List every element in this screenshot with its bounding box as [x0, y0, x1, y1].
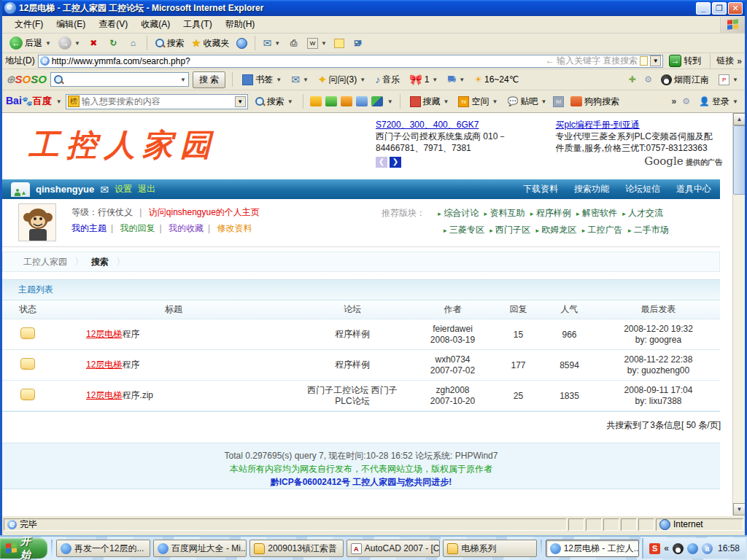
baidu-overflow-chevron[interactable]: »	[671, 96, 676, 106]
author-link[interactable]: feierdawei	[411, 324, 495, 335]
scrollbar-thumb[interactable]	[733, 125, 745, 195]
topic-link[interactable]: 12层电梯	[86, 329, 122, 339]
edit-button[interactable]: W▼	[304, 36, 330, 50]
hao-icon[interactable]: h!	[553, 96, 564, 107]
mail-button[interactable]: ✉▼	[260, 36, 283, 50]
menu-view[interactable]: 查看(V)	[92, 16, 134, 33]
vertical-scrollbar[interactable]: ▲ ▼	[732, 113, 745, 516]
board-link[interactable]: 资料互助	[489, 208, 525, 218]
soso-gear-icon[interactable]: ⚙	[642, 74, 654, 86]
topic-link[interactable]: 12层电梯	[86, 390, 122, 400]
soso-search-button[interactable]: 搜 索	[193, 71, 225, 88]
menu-tools[interactable]: 工具(T)	[177, 16, 218, 33]
user-mail-icon[interactable]: ✉	[100, 184, 109, 195]
download-link[interactable]: 下载资料	[523, 183, 558, 195]
baidu-login-button[interactable]: 👤登录▼	[696, 94, 741, 109]
board-link[interactable]: 二手市场	[634, 225, 669, 235]
baidu-mp3-icon[interactable]	[310, 96, 322, 106]
plus-icon[interactable]: ✚	[626, 74, 638, 86]
topic-link[interactable]: 12层电梯	[86, 359, 122, 370]
last-poster-link[interactable]: by: lixu7388	[597, 396, 720, 407]
baidu-tieba-button[interactable]: 💬贴吧▼	[504, 94, 549, 109]
forum-link[interactable]: 程序样例	[294, 359, 411, 371]
start-button[interactable]: 开始	[0, 538, 47, 559]
menu-favorites[interactable]: 收藏(A)	[134, 16, 177, 33]
address-dropdown[interactable]: ▼	[650, 55, 661, 66]
links-label[interactable]: 链接	[716, 55, 734, 67]
maximize-button[interactable]: ❐	[712, 2, 727, 15]
sogou-tray-icon[interactable]: S	[649, 543, 660, 554]
last-poster-link[interactable]: by: guozheng00	[597, 365, 720, 376]
soso-bookmark-button[interactable]: 书签▼	[239, 72, 285, 88]
soso-cart-button[interactable]: ⛟▼	[444, 73, 468, 86]
soso-gift-button[interactable]: 🎀1▼	[406, 72, 441, 87]
close-button[interactable]: ✕	[728, 2, 743, 15]
pdf-button[interactable]: P▼	[716, 73, 741, 87]
baidu-image-icon[interactable]	[325, 96, 337, 106]
print-button[interactable]: ⎙	[285, 36, 303, 51]
forum-sms-link[interactable]: 论坛短信	[625, 183, 660, 195]
scroll-down-icon[interactable]: ▼	[733, 503, 745, 516]
board-link[interactable]: 程序样例	[536, 208, 571, 218]
tray-collapse-chevron[interactable]: «	[664, 543, 669, 553]
breadcrumb-home[interactable]: 工控人家园	[23, 256, 67, 268]
stop-button[interactable]: ✖	[85, 36, 103, 51]
board-link[interactable]: 三菱专区	[449, 225, 484, 235]
ads-next-button[interactable]: ❯	[390, 157, 401, 168]
my-favorites-link[interactable]: 我的收藏	[169, 223, 204, 233]
baidu-video-icon[interactable]	[356, 96, 368, 106]
settings-link[interactable]: 设置	[115, 183, 132, 195]
task-button[interactable]: 电梯系列	[443, 540, 537, 557]
author-link[interactable]: zgh2008	[411, 385, 495, 396]
board-link[interactable]: 解密软件	[582, 208, 617, 218]
history-button[interactable]	[233, 36, 250, 50]
baidu-gear-icon[interactable]: ⚙	[680, 96, 692, 108]
tray-a-icon[interactable]: a	[702, 543, 713, 554]
author-link[interactable]: wxh0734	[411, 354, 495, 365]
search-func-link[interactable]: 搜索功能	[574, 183, 609, 195]
menu-file[interactable]: 文件(F)	[8, 16, 50, 33]
logout-link[interactable]: 退出	[138, 183, 155, 195]
tray-app-icon[interactable]	[687, 543, 698, 554]
minimize-button[interactable]: _	[696, 2, 711, 15]
soso-mail-button[interactable]: ✉▼	[288, 72, 311, 87]
scroll-up-icon[interactable]: ▲	[733, 113, 745, 125]
my-replies-link[interactable]: 我的回复	[120, 223, 155, 233]
username[interactable]: qinshengyue	[36, 184, 94, 195]
baidu-logo-dropdown[interactable]: ▼	[56, 98, 62, 105]
soso-music-button[interactable]: ♪音乐	[372, 72, 403, 88]
qq-tray-icon[interactable]	[673, 543, 684, 554]
search-button[interactable]: 搜索	[152, 36, 187, 51]
baidu-search-button[interactable]: 搜索▼	[252, 94, 296, 109]
back-button[interactable]: ←后退▼	[7, 35, 54, 51]
messenger-button[interactable]: 🖳	[349, 36, 367, 51]
home-button[interactable]: ⌂	[124, 36, 142, 51]
tools-center-link[interactable]: 道具中心	[676, 183, 711, 195]
forward-button[interactable]: →▼	[55, 35, 83, 51]
board-link[interactable]: 西门子区	[495, 225, 530, 235]
task-button[interactable]: AAutoCAD 2007 - [C:...	[347, 540, 441, 557]
task-button[interactable]: 2009013镇江索普	[249, 540, 344, 557]
footer-icp-link[interactable]: 黔ICP备06002412号 工控人家园与您共同进步!	[2, 475, 720, 489]
task-button[interactable]: 再发一个12层的...	[56, 540, 150, 557]
board-link[interactable]: 人才交流	[628, 208, 663, 218]
soso-search-input[interactable]: ▼	[50, 72, 189, 87]
baidu-zhidao-icon[interactable]	[341, 96, 352, 106]
forum-link[interactable]: 西门子工控论坛 西门子 PLC论坛	[294, 385, 411, 407]
baidu-soucang-button[interactable]: 搜藏▼	[407, 94, 452, 109]
task-button[interactable]: 百度网址大全 - Mi...	[153, 540, 247, 557]
links-chevron-icon[interactable]: »	[737, 56, 742, 66]
forum-link[interactable]: 程序样例	[294, 328, 411, 341]
ad2-title-link[interactable]: 买plc编程手册-到亚通	[556, 120, 640, 130]
task-button-active[interactable]: 12层电梯 - 工控人...	[546, 540, 640, 557]
edit-profile-link[interactable]: 修改资料	[217, 223, 252, 233]
last-poster-link[interactable]: by: googrea	[597, 335, 720, 346]
qq-account-button[interactable]: 烟雨江南	[658, 72, 712, 88]
baidu-cube-icon[interactable]	[371, 96, 383, 106]
my-topics-link[interactable]: 我的主题	[71, 223, 107, 233]
baidu-input-dropdown[interactable]: ▼	[235, 96, 246, 107]
homepage-link[interactable]: 访问qinshengyue的个人主页	[149, 207, 260, 217]
board-link[interactable]: 欧姆龙区	[541, 225, 576, 235]
refresh-button[interactable]: ↻	[104, 36, 123, 51]
baidu-search-input[interactable]	[82, 96, 233, 106]
